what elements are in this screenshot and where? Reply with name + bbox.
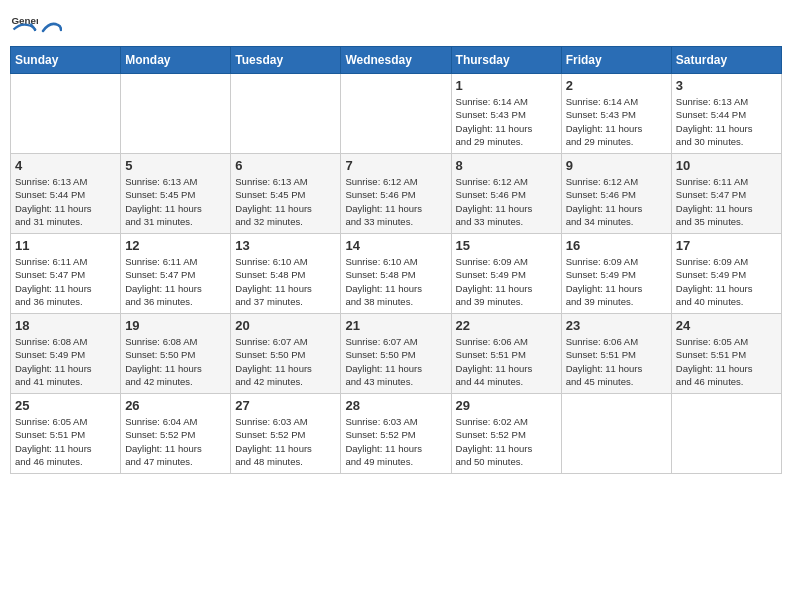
page-header: General xyxy=(10,10,782,38)
day-info: Sunrise: 6:13 AM Sunset: 5:45 PM Dayligh… xyxy=(125,175,226,228)
calendar-cell xyxy=(341,74,451,154)
day-number: 19 xyxy=(125,318,226,333)
calendar-cell: 26Sunrise: 6:04 AM Sunset: 5:52 PM Dayli… xyxy=(121,394,231,474)
day-info: Sunrise: 6:05 AM Sunset: 5:51 PM Dayligh… xyxy=(15,415,116,468)
day-number: 29 xyxy=(456,398,557,413)
calendar-cell: 14Sunrise: 6:10 AM Sunset: 5:48 PM Dayli… xyxy=(341,234,451,314)
day-number: 24 xyxy=(676,318,777,333)
day-info: Sunrise: 6:10 AM Sunset: 5:48 PM Dayligh… xyxy=(235,255,336,308)
day-number: 17 xyxy=(676,238,777,253)
calendar-cell: 10Sunrise: 6:11 AM Sunset: 5:47 PM Dayli… xyxy=(671,154,781,234)
day-number: 4 xyxy=(15,158,116,173)
week-row-4: 18Sunrise: 6:08 AM Sunset: 5:49 PM Dayli… xyxy=(11,314,782,394)
header-cell-sunday: Sunday xyxy=(11,47,121,74)
day-number: 6 xyxy=(235,158,336,173)
week-row-3: 11Sunrise: 6:11 AM Sunset: 5:47 PM Dayli… xyxy=(11,234,782,314)
calendar-cell: 21Sunrise: 6:07 AM Sunset: 5:50 PM Dayli… xyxy=(341,314,451,394)
calendar-cell: 22Sunrise: 6:06 AM Sunset: 5:51 PM Dayli… xyxy=(451,314,561,394)
day-number: 14 xyxy=(345,238,446,253)
calendar-cell: 20Sunrise: 6:07 AM Sunset: 5:50 PM Dayli… xyxy=(231,314,341,394)
day-number: 7 xyxy=(345,158,446,173)
header-cell-monday: Monday xyxy=(121,47,231,74)
day-number: 28 xyxy=(345,398,446,413)
calendar-cell: 24Sunrise: 6:05 AM Sunset: 5:51 PM Dayli… xyxy=(671,314,781,394)
calendar-cell: 8Sunrise: 6:12 AM Sunset: 5:46 PM Daylig… xyxy=(451,154,561,234)
calendar-header: SundayMondayTuesdayWednesdayThursdayFrid… xyxy=(11,47,782,74)
calendar-cell: 17Sunrise: 6:09 AM Sunset: 5:49 PM Dayli… xyxy=(671,234,781,314)
day-number: 27 xyxy=(235,398,336,413)
day-number: 16 xyxy=(566,238,667,253)
day-info: Sunrise: 6:08 AM Sunset: 5:49 PM Dayligh… xyxy=(15,335,116,388)
calendar-cell: 25Sunrise: 6:05 AM Sunset: 5:51 PM Dayli… xyxy=(11,394,121,474)
day-info: Sunrise: 6:12 AM Sunset: 5:46 PM Dayligh… xyxy=(566,175,667,228)
calendar-cell xyxy=(11,74,121,154)
logo-arrow-icon xyxy=(40,15,62,37)
day-number: 1 xyxy=(456,78,557,93)
day-number: 15 xyxy=(456,238,557,253)
day-info: Sunrise: 6:09 AM Sunset: 5:49 PM Dayligh… xyxy=(566,255,667,308)
calendar-body: 1Sunrise: 6:14 AM Sunset: 5:43 PM Daylig… xyxy=(11,74,782,474)
day-number: 26 xyxy=(125,398,226,413)
day-info: Sunrise: 6:11 AM Sunset: 5:47 PM Dayligh… xyxy=(676,175,777,228)
calendar-cell: 19Sunrise: 6:08 AM Sunset: 5:50 PM Dayli… xyxy=(121,314,231,394)
calendar-cell: 6Sunrise: 6:13 AM Sunset: 5:45 PM Daylig… xyxy=(231,154,341,234)
day-info: Sunrise: 6:12 AM Sunset: 5:46 PM Dayligh… xyxy=(456,175,557,228)
day-number: 5 xyxy=(125,158,226,173)
calendar-cell: 15Sunrise: 6:09 AM Sunset: 5:49 PM Dayli… xyxy=(451,234,561,314)
header-cell-thursday: Thursday xyxy=(451,47,561,74)
calendar-cell: 9Sunrise: 6:12 AM Sunset: 5:46 PM Daylig… xyxy=(561,154,671,234)
day-info: Sunrise: 6:13 AM Sunset: 5:44 PM Dayligh… xyxy=(676,95,777,148)
calendar-cell: 11Sunrise: 6:11 AM Sunset: 5:47 PM Dayli… xyxy=(11,234,121,314)
day-info: Sunrise: 6:02 AM Sunset: 5:52 PM Dayligh… xyxy=(456,415,557,468)
day-number: 3 xyxy=(676,78,777,93)
calendar-cell xyxy=(121,74,231,154)
day-info: Sunrise: 6:09 AM Sunset: 5:49 PM Dayligh… xyxy=(676,255,777,308)
calendar-cell: 5Sunrise: 6:13 AM Sunset: 5:45 PM Daylig… xyxy=(121,154,231,234)
day-info: Sunrise: 6:05 AM Sunset: 5:51 PM Dayligh… xyxy=(676,335,777,388)
day-number: 10 xyxy=(676,158,777,173)
calendar-cell: 23Sunrise: 6:06 AM Sunset: 5:51 PM Dayli… xyxy=(561,314,671,394)
calendar-cell: 1Sunrise: 6:14 AM Sunset: 5:43 PM Daylig… xyxy=(451,74,561,154)
calendar-cell: 18Sunrise: 6:08 AM Sunset: 5:49 PM Dayli… xyxy=(11,314,121,394)
day-info: Sunrise: 6:06 AM Sunset: 5:51 PM Dayligh… xyxy=(456,335,557,388)
logo: General xyxy=(10,10,62,38)
day-info: Sunrise: 6:03 AM Sunset: 5:52 PM Dayligh… xyxy=(345,415,446,468)
day-number: 11 xyxy=(15,238,116,253)
header-row: SundayMondayTuesdayWednesdayThursdayFrid… xyxy=(11,47,782,74)
calendar-cell xyxy=(231,74,341,154)
header-cell-friday: Friday xyxy=(561,47,671,74)
day-info: Sunrise: 6:07 AM Sunset: 5:50 PM Dayligh… xyxy=(235,335,336,388)
day-number: 20 xyxy=(235,318,336,333)
day-number: 2 xyxy=(566,78,667,93)
header-cell-wednesday: Wednesday xyxy=(341,47,451,74)
logo-icon: General xyxy=(10,10,38,38)
day-number: 9 xyxy=(566,158,667,173)
day-info: Sunrise: 6:04 AM Sunset: 5:52 PM Dayligh… xyxy=(125,415,226,468)
calendar-cell: 28Sunrise: 6:03 AM Sunset: 5:52 PM Dayli… xyxy=(341,394,451,474)
day-info: Sunrise: 6:06 AM Sunset: 5:51 PM Dayligh… xyxy=(566,335,667,388)
week-row-5: 25Sunrise: 6:05 AM Sunset: 5:51 PM Dayli… xyxy=(11,394,782,474)
calendar-cell: 7Sunrise: 6:12 AM Sunset: 5:46 PM Daylig… xyxy=(341,154,451,234)
calendar-cell: 3Sunrise: 6:13 AM Sunset: 5:44 PM Daylig… xyxy=(671,74,781,154)
day-info: Sunrise: 6:12 AM Sunset: 5:46 PM Dayligh… xyxy=(345,175,446,228)
day-info: Sunrise: 6:09 AM Sunset: 5:49 PM Dayligh… xyxy=(456,255,557,308)
day-info: Sunrise: 6:13 AM Sunset: 5:45 PM Dayligh… xyxy=(235,175,336,228)
week-row-2: 4Sunrise: 6:13 AM Sunset: 5:44 PM Daylig… xyxy=(11,154,782,234)
day-number: 12 xyxy=(125,238,226,253)
day-info: Sunrise: 6:07 AM Sunset: 5:50 PM Dayligh… xyxy=(345,335,446,388)
day-number: 21 xyxy=(345,318,446,333)
day-info: Sunrise: 6:11 AM Sunset: 5:47 PM Dayligh… xyxy=(125,255,226,308)
header-cell-saturday: Saturday xyxy=(671,47,781,74)
day-info: Sunrise: 6:11 AM Sunset: 5:47 PM Dayligh… xyxy=(15,255,116,308)
day-info: Sunrise: 6:08 AM Sunset: 5:50 PM Dayligh… xyxy=(125,335,226,388)
header-cell-tuesday: Tuesday xyxy=(231,47,341,74)
calendar-cell: 27Sunrise: 6:03 AM Sunset: 5:52 PM Dayli… xyxy=(231,394,341,474)
calendar-cell: 16Sunrise: 6:09 AM Sunset: 5:49 PM Dayli… xyxy=(561,234,671,314)
day-info: Sunrise: 6:13 AM Sunset: 5:44 PM Dayligh… xyxy=(15,175,116,228)
day-info: Sunrise: 6:14 AM Sunset: 5:43 PM Dayligh… xyxy=(566,95,667,148)
day-info: Sunrise: 6:03 AM Sunset: 5:52 PM Dayligh… xyxy=(235,415,336,468)
calendar-cell xyxy=(671,394,781,474)
calendar-cell xyxy=(561,394,671,474)
day-number: 13 xyxy=(235,238,336,253)
calendar-cell: 29Sunrise: 6:02 AM Sunset: 5:52 PM Dayli… xyxy=(451,394,561,474)
